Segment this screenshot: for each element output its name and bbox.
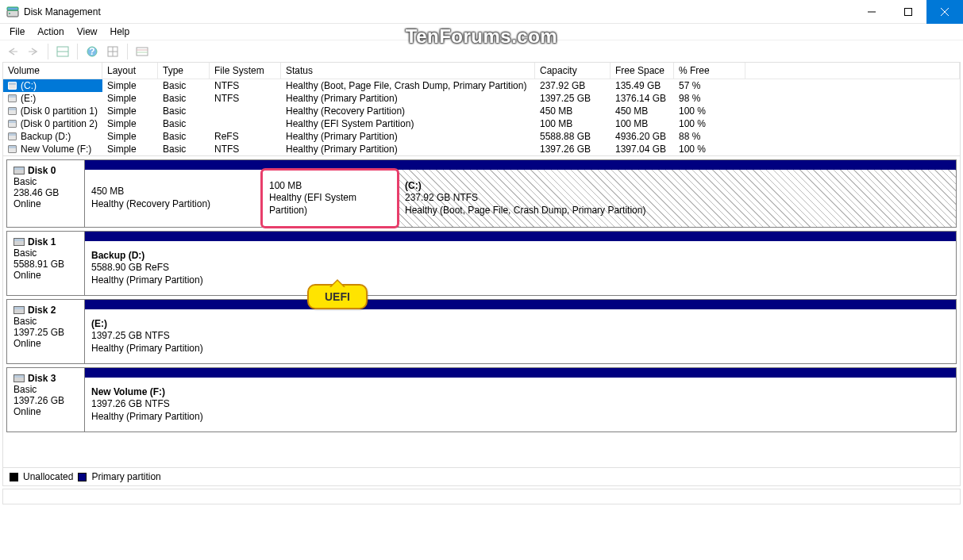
col-capacity[interactable]: Capacity [535,63,611,79]
menu-file[interactable]: File [3,25,31,39]
status-bar [2,489,961,504]
volume-row[interactable]: (Disk 0 partition 2)SimpleBasicHealthy (… [3,117,960,130]
toolbar-separator [48,44,48,59]
disk-icon [13,167,25,175]
back-button[interactable] [3,42,22,61]
window-controls [853,0,963,24]
forward-button[interactable] [24,42,43,61]
toolbar-separator [77,44,78,59]
minimize-button[interactable] [853,0,890,24]
volume-row[interactable]: (E:)SimpleBasicNTFSHealthy (Primary Part… [3,92,960,105]
disk-label: Disk 0Basic238.46 GBOnline [7,160,85,227]
cell: (Disk 0 partition 2) [3,117,102,130]
cell: (Disk 0 partition 1) [3,105,102,117]
partition-box[interactable]: 450 MBHealthy (Recovery Partition) [85,170,262,227]
volume-row[interactable]: Backup (D:)SimpleBasicReFSHealthy (Prima… [3,130,960,143]
cell: 100 MB [535,117,611,130]
partition-box[interactable]: (C:)237.92 GB NTFSHealthy (Boot, Page Fi… [398,170,956,227]
app-icon [6,6,19,18]
drive-icon [8,132,17,140]
volume-row[interactable]: (Disk 0 partition 1)SimpleBasicHealthy (… [3,105,960,117]
menu-action[interactable]: Action [31,25,70,39]
disk-icon [13,238,25,246]
cell: New Volume (F:) [3,143,102,155]
disk-row[interactable]: Disk 1Basic5588.91 GBOnlineBackup (D:)55… [6,231,957,296]
legend: Unallocated Primary partition [3,467,960,485]
cell: 135.49 GB [611,79,674,92]
partition-box[interactable]: New Volume (F:)1397.26 GB NTFSHealthy (P… [85,378,956,432]
col-layout[interactable]: Layout [102,63,158,79]
col-free-space[interactable]: Free Space [611,63,674,79]
cell: 1376.14 GB [611,92,674,105]
drive-icon [8,145,17,153]
cell [210,105,281,117]
cell: Healthy (Recovery Partition) [281,105,535,117]
cell: 57 % [674,79,745,92]
cell: Basic [158,143,210,155]
maximize-button[interactable] [890,0,926,24]
cell: 1397.04 GB [611,143,674,155]
uefi-callout: UEFI [307,284,368,309]
cell: Basic [158,92,210,105]
svg-rect-1 [7,7,18,10]
cell: 98 % [674,92,745,105]
volume-row[interactable]: (C:)SimpleBasicNTFSHealthy (Boot, Page F… [3,79,960,92]
cell: (E:) [3,92,102,105]
col-volume[interactable]: Volume [3,63,102,79]
cell: 1397.26 GB [535,143,611,155]
cell: 100 % [674,143,745,155]
svg-text:?: ? [89,46,94,57]
title-bar: Disk Management [0,0,963,24]
legend-label-primary: Primary partition [91,471,160,482]
cell: NTFS [210,79,281,92]
partition-strip [85,160,956,170]
disk-partitions: New Volume (F:)1397.26 GB NTFSHealthy (P… [85,368,956,432]
volume-row[interactable]: New Volume (F:)SimpleBasicNTFSHealthy (P… [3,143,960,155]
partition-box[interactable]: (E:)1397.25 GB NTFSHealthy (Primary Part… [85,309,956,363]
drive-icon [8,107,17,115]
disk-row[interactable]: Disk 3Basic1397.26 GBOnlineNew Volume (F… [6,367,957,432]
col-status[interactable]: Status [281,63,535,79]
cell: Basic [158,105,210,117]
help-button[interactable]: ? [83,42,102,61]
drive-icon [8,82,17,90]
legend-swatch-primary [78,473,87,481]
menu-help[interactable]: Help [104,25,137,39]
disk-row[interactable]: Disk 2Basic1397.25 GBOnline(E:)1397.25 G… [6,299,957,364]
partition-box[interactable]: Backup (D:)5588.90 GB ReFSHealthy (Prima… [85,241,956,295]
svg-rect-16 [137,48,148,56]
menu-view[interactable]: View [71,25,104,39]
close-button[interactable] [926,0,963,24]
col-filesystem[interactable]: File System [210,63,281,79]
settings-grid-button[interactable] [103,42,122,61]
cell: Simple [102,143,158,155]
cell: ReFS [210,130,281,143]
col-tail[interactable] [745,63,960,79]
partition-box[interactable]: 100 MBHealthy (EFI System Partition) [260,168,399,228]
cell: Basic [158,117,210,130]
cell: 100 % [674,117,745,130]
volume-list-header: Volume Layout Type File System Status Ca… [3,63,960,79]
col-type[interactable]: Type [158,63,210,79]
cell: NTFS [210,92,281,105]
cell: Simple [102,130,158,143]
cell [210,117,281,130]
cell: Healthy (Primary Partition) [281,143,535,155]
cell: Simple [102,79,158,92]
view-split-button[interactable] [53,42,72,61]
cell: 450 MB [535,105,611,117]
list-view-button[interactable] [133,42,152,61]
toolbar: ? [0,40,963,62]
toolbar-separator [127,44,128,59]
volume-list: Volume Layout Type File System Status Ca… [3,63,960,156]
legend-swatch-unallocated [10,473,18,481]
disk-partitions: Backup (D:)5588.90 GB ReFSHealthy (Prima… [85,232,956,295]
cell: 100 % [674,105,745,117]
cell: Basic [158,79,210,92]
disk-label: Disk 3Basic1397.26 GBOnline [7,368,85,432]
disk-row[interactable]: Disk 0Basic238.46 GBOnline450 MBHealthy … [6,159,957,228]
cell: Simple [102,92,158,105]
disk-label: Disk 2Basic1397.25 GBOnline [7,300,85,363]
col-percent-free[interactable]: % Free [674,63,745,79]
cell: Healthy (Primary Partition) [281,92,535,105]
